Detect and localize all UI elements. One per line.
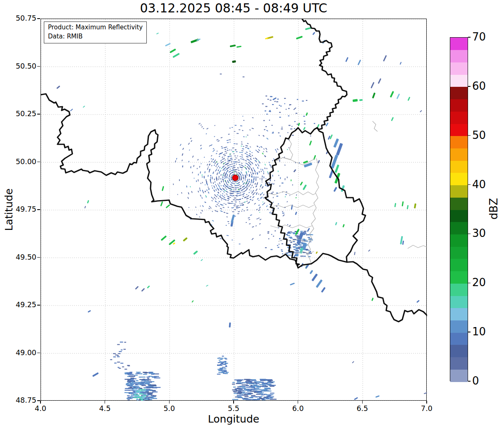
colorbar-segment bbox=[450, 357, 468, 370]
x-tick-label: 5.0 bbox=[157, 404, 182, 413]
colorbar-tick-mark bbox=[468, 135, 471, 136]
y-tick-label: 49.00 bbox=[10, 349, 36, 357]
colorbar-segment bbox=[450, 50, 468, 62]
y-tick-mark bbox=[37, 400, 40, 401]
colorbar-segment bbox=[450, 99, 468, 112]
x-tick-mark bbox=[40, 401, 41, 404]
colorbar-segment bbox=[450, 111, 468, 124]
page-title: 03.12.2025 08:45 - 08:49 UTC bbox=[41, 1, 427, 15]
colorbar-segment bbox=[450, 136, 468, 148]
product-label: Product: Maximum Reflectivity bbox=[48, 23, 143, 32]
colorbar-tick-label: 60 bbox=[472, 80, 486, 92]
colorbar-segment bbox=[450, 160, 468, 173]
product-info-box: Product: Maximum Reflectivity Data: RMIB bbox=[44, 22, 147, 43]
y-tick-mark bbox=[37, 209, 40, 210]
colorbar-segment bbox=[450, 210, 468, 222]
colorbar-segment bbox=[450, 197, 468, 210]
colorbar-tick-label: 50 bbox=[472, 129, 486, 141]
colorbar-segment bbox=[450, 246, 468, 259]
x-tick-label: 4.0 bbox=[28, 404, 53, 413]
y-tick-mark bbox=[37, 114, 40, 115]
y-tick-label: 49.50 bbox=[10, 253, 36, 261]
colorbar-tick-label: 30 bbox=[472, 227, 486, 239]
colorbar bbox=[450, 37, 468, 381]
y-tick-mark bbox=[37, 18, 40, 19]
x-tick-label: 4.5 bbox=[93, 404, 117, 413]
colorbar-segment bbox=[450, 62, 468, 74]
colorbar-segment bbox=[450, 320, 468, 332]
x-tick-mark bbox=[362, 401, 363, 404]
y-tick-mark bbox=[37, 353, 40, 354]
colorbar-tick-mark bbox=[468, 86, 471, 87]
y-tick-label: 50.00 bbox=[10, 158, 36, 166]
x-axis-label: Longitude bbox=[41, 413, 427, 425]
radar-figure: 03.12.2025 08:45 - 08:49 UTC Product: Ma… bbox=[0, 0, 504, 430]
colorbar-segment bbox=[450, 234, 468, 246]
colorbar-segment bbox=[450, 259, 468, 271]
colorbar-tick-mark bbox=[468, 184, 471, 185]
colorbar-segment bbox=[450, 185, 468, 198]
x-tick-mark bbox=[105, 401, 105, 404]
x-tick-label: 5.5 bbox=[221, 404, 246, 413]
y-tick-label: 49.25 bbox=[10, 301, 36, 309]
y-tick-label: 50.75 bbox=[10, 14, 36, 22]
colorbar-tick-mark bbox=[468, 37, 471, 38]
x-tick-mark bbox=[298, 401, 299, 404]
y-tick-label: 49.75 bbox=[10, 205, 36, 213]
data-source-label: Data: RMIB bbox=[48, 32, 143, 41]
colorbar-tick-label: 20 bbox=[472, 276, 486, 289]
x-tick-label: 6.0 bbox=[286, 404, 311, 413]
x-tick-mark bbox=[169, 401, 170, 404]
colorbar-segment bbox=[450, 296, 468, 308]
colorbar-segment bbox=[450, 124, 468, 136]
colorbar-tick-mark bbox=[468, 234, 471, 234]
colorbar-tick-label: 10 bbox=[472, 325, 486, 338]
y-tick-label: 50.25 bbox=[10, 110, 36, 118]
y-tick-mark bbox=[37, 66, 40, 67]
x-tick-label: 6.5 bbox=[350, 404, 375, 413]
colorbar-segment bbox=[450, 345, 468, 357]
colorbar-segment bbox=[450, 38, 468, 50]
colorbar-segment bbox=[450, 148, 468, 160]
colorbar-tick-label: 70 bbox=[472, 31, 486, 43]
colorbar-segment bbox=[450, 173, 468, 185]
colorbar-tick-label: 40 bbox=[472, 178, 486, 191]
y-tick-mark bbox=[37, 305, 40, 306]
map-plot-area bbox=[41, 19, 427, 401]
colorbar-label: dBZ bbox=[487, 198, 500, 220]
x-tick-label: 7.0 bbox=[414, 404, 439, 413]
y-tick-mark bbox=[37, 162, 40, 162]
colorbar-tick-mark bbox=[468, 381, 471, 382]
colorbar-segment bbox=[450, 74, 468, 87]
colorbar-segment bbox=[450, 283, 468, 296]
colorbar-tick-mark bbox=[468, 332, 471, 332]
y-tick-label: 48.75 bbox=[10, 396, 36, 404]
colorbar-tick-label: 0 bbox=[472, 375, 479, 387]
colorbar-segment bbox=[450, 87, 468, 99]
x-tick-mark bbox=[426, 401, 427, 404]
y-tick-mark bbox=[37, 257, 40, 258]
colorbar-tick-mark bbox=[468, 283, 471, 284]
colorbar-segment bbox=[450, 222, 468, 234]
colorbar-segment bbox=[450, 271, 468, 284]
x-tick-mark bbox=[233, 401, 234, 404]
y-tick-label: 50.50 bbox=[10, 62, 36, 70]
colorbar-segment bbox=[450, 308, 468, 320]
colorbar-segment bbox=[450, 369, 468, 382]
colorbar-segment bbox=[450, 332, 468, 345]
radar-map-canvas bbox=[41, 19, 427, 401]
